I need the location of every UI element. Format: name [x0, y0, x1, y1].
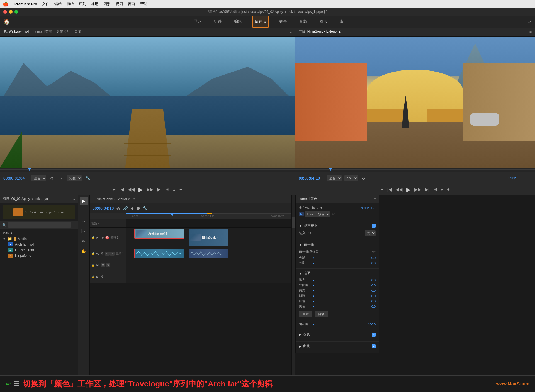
a2-solo-btn[interactable]: S	[106, 263, 110, 267]
program-settings-btn[interactable]: ⚙	[361, 175, 366, 181]
hand-tool[interactable]: ✋	[80, 247, 88, 255]
home-nav-button[interactable]: 🏠	[0, 16, 13, 28]
menu-view[interactable]: 视图	[116, 1, 123, 6]
source-next-frame[interactable]: ▶▶	[147, 187, 153, 192]
highlights-value[interactable]: 0.0	[371, 289, 376, 292]
timeline-wrench-btn[interactable]: 🔧	[143, 206, 147, 210]
source-step-forward-btn[interactable]: ▶|	[157, 187, 162, 192]
source-timecode[interactable]: 00:00:01:04	[3, 176, 28, 180]
apple-icon[interactable]: 🍎	[3, 1, 8, 7]
lumetri-effect-select[interactable]: Lumetri 颜色	[305, 211, 330, 217]
nav-effects[interactable]: 效果	[278, 16, 289, 28]
audio-clip-ninja[interactable]	[189, 249, 228, 258]
program-step-forward-btn[interactable]: ▶|	[425, 187, 429, 192]
nav-edit[interactable]: 编辑	[232, 16, 244, 28]
program-scrubbar[interactable]	[295, 168, 535, 172]
source-tab-walkway[interactable]: 源: Walkway.mp4	[3, 29, 29, 35]
program-more-transport[interactable]: »	[441, 187, 443, 192]
source-insert-clip[interactable]: ⊞	[166, 187, 169, 192]
timeline-snap-btn[interactable]: ⁂	[116, 206, 120, 210]
menu-sequence[interactable]: 序列	[79, 1, 86, 6]
auto-button[interactable]: 自动	[315, 311, 328, 317]
nav-library[interactable]: 库	[338, 16, 345, 28]
project-media-folder[interactable]: ▼ 📁 █ Media	[0, 236, 78, 242]
selection-tool[interactable]: ▶	[80, 197, 88, 205]
timeline-marker-btn[interactable]: ◆	[131, 206, 134, 210]
close-window-btn[interactable]	[3, 10, 7, 14]
source-step-back-btn[interactable]: |◀	[120, 187, 124, 192]
source-tab-lumetri[interactable]: Lumetri 范围	[33, 30, 52, 35]
source-insert-btn[interactable]: ↔	[58, 175, 64, 181]
source-tab-effects[interactable]: 效果控件	[57, 30, 70, 35]
nav-assembly[interactable]: 组件	[212, 16, 223, 28]
timeline-link-btn[interactable]: 🔗	[123, 206, 128, 210]
nav-graphics[interactable]: 图形	[318, 16, 329, 28]
curves-checkbox[interactable]: ✓	[372, 344, 376, 348]
menu-help[interactable]: 帮助	[140, 1, 147, 6]
timeline-scroll-thumb[interactable]	[292, 217, 295, 228]
lumetri-fx-badge[interactable]: fx	[299, 212, 304, 216]
menu-edit[interactable]: 编辑	[54, 1, 62, 6]
minimize-window-btn[interactable]	[9, 10, 13, 14]
folder-expand-icon[interactable]: ▼	[3, 237, 6, 241]
annotation-pen-icon[interactable]: ✏	[6, 380, 11, 388]
source-fit-select[interactable]: 适合	[31, 175, 46, 181]
project-item-ninjasonic[interactable]: Ai NinjaSonic -	[0, 253, 78, 258]
source-tabs-more[interactable]: »	[290, 30, 292, 35]
fullscreen-window-btn[interactable]	[14, 10, 18, 14]
source-more-transport[interactable]: »	[173, 187, 176, 192]
a2-lock-btn[interactable]: 🔒	[91, 264, 95, 267]
a1-lock-btn[interactable]: 🔒	[91, 252, 95, 255]
exposure-value[interactable]: 0.0	[371, 278, 376, 282]
source-prev-frame[interactable]: ◀◀	[128, 187, 135, 192]
lumetri-dropdown-arrow[interactable]: ▼	[320, 206, 323, 209]
a3-mic-icon[interactable]: 🎙	[101, 275, 104, 279]
timeline-close-btn[interactable]: ×	[93, 197, 94, 201]
source-quality-select[interactable]: 完整	[67, 175, 82, 181]
creative-arrow[interactable]: ▶	[299, 333, 301, 337]
audio-clip-archfar[interactable]	[134, 249, 184, 258]
color-tint-value[interactable]: 0.0	[371, 261, 376, 265]
menu-clip[interactable]: 剪辑	[67, 1, 74, 6]
nav-color[interactable]: 颜色 ≡	[252, 16, 268, 28]
whites-value[interactable]: 0.0	[371, 300, 376, 303]
a1-mic-btn[interactable]: 🎙	[101, 252, 104, 256]
track-select-tool[interactable]: ⊡	[80, 207, 88, 215]
color-temp-value[interactable]: 0.0	[371, 256, 376, 259]
clip-ninjasonic[interactable]: NinjaSonic -	[189, 229, 228, 246]
shadows-value[interactable]: 0.0	[371, 294, 376, 298]
program-next-frame[interactable]: ▶▶	[414, 187, 421, 192]
program-mark-in[interactable]: ⌐	[381, 187, 383, 192]
source-mark-in[interactable]: ⌐	[113, 187, 116, 192]
rate-stretch-tool[interactable]: |↔|	[80, 227, 88, 235]
menu-marker[interactable]: 标记	[91, 1, 98, 6]
tone-arrow[interactable]: ▼	[299, 271, 302, 275]
source-add-btn[interactable]: +	[179, 187, 182, 192]
project-item-archfar[interactable]: ▶ Arch far.mp4	[0, 242, 78, 247]
timeline-insert-btn[interactable]: ⬟	[137, 206, 140, 210]
contrast-value[interactable]: 0.0	[371, 284, 376, 287]
timeline-header-more[interactable]: ≡	[133, 197, 135, 201]
program-tabs-more[interactable]: ≡	[529, 30, 532, 35]
pen-tool[interactable]: ✏	[80, 237, 88, 245]
project-item-houses[interactable]: Ai Houses from	[0, 247, 78, 253]
ripple-edit-tool[interactable]: ↔	[80, 217, 88, 225]
source-wrench-btn[interactable]: 🔧	[84, 175, 91, 181]
curves-arrow[interactable]: ▶	[299, 344, 301, 348]
project-list-view-btn[interactable]: ⊞	[73, 223, 76, 227]
a3-lock-btn[interactable]: 🔒	[91, 275, 95, 278]
reset-button[interactable]: 重置	[299, 311, 312, 317]
program-tab[interactable]: 节目: NinjaSonic - Exterior 2	[299, 29, 341, 35]
source-play-btn[interactable]: ▶	[138, 186, 143, 193]
program-step-back-btn[interactable]: |◀	[387, 187, 391, 192]
lumetri-more-btn[interactable]: ≡	[374, 197, 376, 201]
program-insert-clip[interactable]: ⊞	[433, 187, 437, 192]
v1-eye-btn[interactable]: 👁	[101, 236, 104, 240]
clip-archfar[interactable]: Arch far.mp4 [	[134, 229, 184, 239]
menu-window[interactable]: 窗口	[128, 1, 135, 6]
eyedropper-icon[interactable]: ✏	[372, 249, 376, 254]
v1-lock-btn[interactable]: 🔒	[91, 236, 95, 239]
source-scrubbar[interactable]	[0, 168, 295, 172]
menu-graphics[interactable]: 图形	[103, 1, 111, 6]
blacks-value[interactable]: 0.0	[371, 305, 376, 308]
